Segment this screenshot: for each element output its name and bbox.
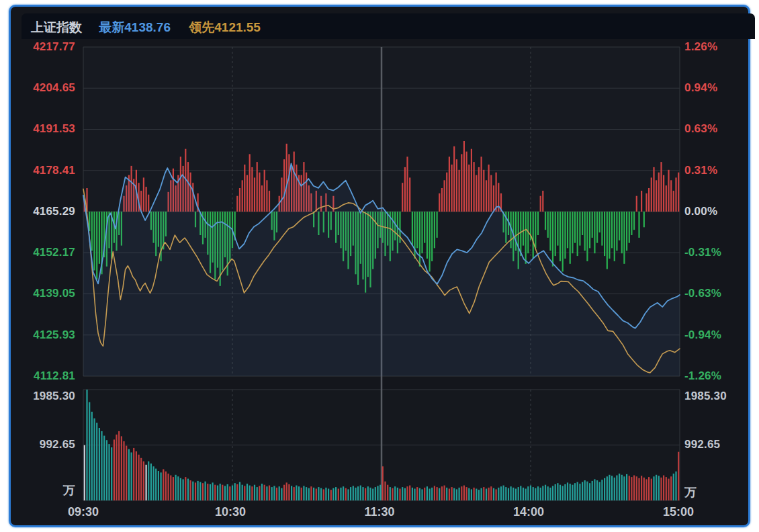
price-tick: 4204.65 [11,81,75,95]
volume-tick: 1985.30 [684,389,752,404]
pct-tick: -0.94% [684,328,752,343]
time-tick: 11:30 [349,505,410,519]
time-tick: 15:00 [648,505,709,519]
time-tick: 09:30 [53,505,114,519]
intraday-chart-canvas[interactable] [0,0,759,532]
pct-tick: 0.00% [684,204,752,219]
price-tick: 4178.41 [11,163,75,178]
pct-tick: -0.31% [684,245,752,260]
pct-tick: -1.26% [684,369,752,384]
pct-tick: 0.31% [684,163,752,178]
price-tick: 4112.81 [11,369,75,384]
time-tick: 14:00 [498,505,559,519]
volume-tick: 992.65 [684,437,752,452]
volume-tick: 992.65 [11,437,75,452]
pct-tick: 0.94% [684,81,752,95]
price-tick: 4152.17 [11,245,75,260]
price-tick: 4165.29 [11,204,75,219]
time-tick: 10:30 [200,505,261,519]
pct-tick: 1.26% [684,40,752,54]
price-tick: 4139.05 [11,286,75,301]
volume-tick: 1985.30 [11,389,75,404]
pct-tick: 0.63% [684,122,752,136]
pct-tick: -0.63% [684,286,752,301]
volume-unit-label: 万 [11,483,75,498]
price-tick: 4191.53 [11,122,75,136]
price-tick: 4125.93 [11,328,75,343]
price-tick: 4217.77 [11,40,75,54]
volume-unit-label: 万 [684,485,752,500]
